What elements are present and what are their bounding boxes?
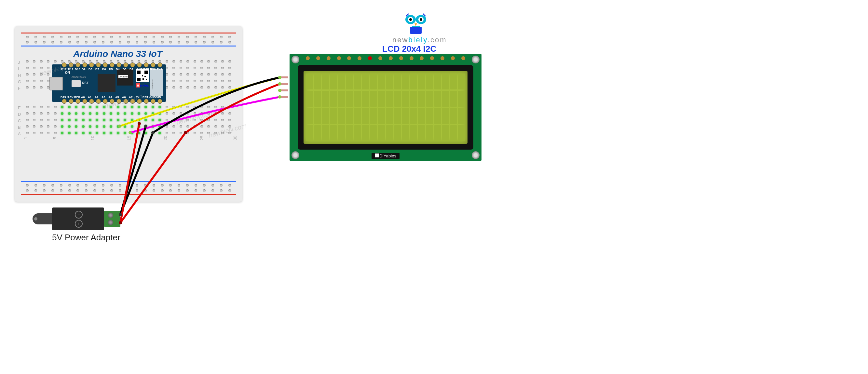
arduino-title: Arduino Nano 33 IoT: [73, 49, 162, 59]
power-rail-bot-neg: [21, 181, 236, 182]
polarity-marks: − +: [75, 211, 83, 229]
svg-point-4: [409, 18, 412, 21]
brand-suffix: .com: [428, 36, 447, 44]
tie-point-row: [26, 132, 231, 134]
lcd-brand-text: DIYables: [379, 154, 396, 158]
power-adapter: − +: [52, 208, 104, 230]
svg-rect-16: [145, 76, 146, 77]
chip: DIYables: [117, 69, 133, 86]
rst-label: RST: [82, 81, 89, 85]
terminal-screw-pos: [108, 220, 113, 225]
arduino-nano-33-iot: RST ON ARDUINO.CC DIYables NINA-W102 u u…: [52, 64, 166, 102]
lcd-screen: [304, 71, 467, 144]
mounting-hole-icon: [472, 151, 479, 159]
bb-letter: D: [18, 112, 21, 117]
rail-holes: [26, 41, 231, 43]
brand-url: newbiely.com: [392, 36, 447, 44]
bb-letter: H: [18, 73, 21, 78]
brand-name: biely: [408, 36, 428, 44]
bb-number: 1: [23, 137, 28, 139]
mounting-hole-icon: [291, 56, 299, 63]
i2c-header: [279, 76, 288, 102]
usb-port-icon: [50, 77, 63, 90]
svg-rect-7: [410, 27, 422, 34]
tie-point-row: [26, 106, 231, 108]
svg-marker-6: [414, 23, 417, 26]
wiring-diagram: newbiely.com LCD 20x4 I2C J I H G F E D …: [6, 6, 868, 374]
solder-pad-row: [306, 56, 465, 61]
svg-rect-13: [145, 70, 148, 74]
svg-rect-8: [412, 26, 420, 27]
ublox-label: u: [136, 83, 140, 88]
bb-number: 10: [90, 135, 95, 140]
power-adapter-label: 5V Power Adapter: [52, 232, 120, 243]
lcd-pin-scl: [279, 96, 288, 98]
lcd-bezel: [298, 65, 473, 150]
bb-number: 20: [163, 135, 168, 140]
owl-logo-icon: [403, 13, 429, 36]
qr-code-icon: [136, 69, 149, 82]
rail-holes: [26, 184, 231, 187]
power-rail-top-pos: [21, 33, 236, 33]
lcd-pin-gnd: [279, 76, 288, 79]
power-rail-bot-pos: [21, 194, 236, 195]
bb-letter: G: [18, 80, 21, 84]
bb-number: 30: [232, 135, 238, 140]
diyables-chip-label: DIYables: [118, 75, 128, 78]
on-label: ON: [65, 71, 70, 74]
rail-holes: [26, 189, 231, 192]
power-rail-top-neg: [21, 45, 236, 46]
terminal-screw-neg: [108, 213, 113, 218]
wifi-module: NINA-W102: [150, 69, 163, 96]
svg-rect-15: [142, 75, 143, 76]
tie-point-row: [26, 119, 231, 121]
bb-number: 5: [52, 137, 57, 139]
tie-point-row: [26, 60, 231, 63]
tie-point-row: [26, 125, 231, 128]
wifi-module-label: NINA-W102: [152, 79, 154, 89]
lcd-pin-vcc: [279, 83, 288, 85]
silkscreen-label: ARDUINO.CC: [71, 76, 86, 78]
svg-point-5: [420, 18, 422, 21]
svg-rect-12: [137, 70, 141, 74]
bb-letter: B: [18, 125, 21, 130]
barrel-jack: − +: [52, 208, 104, 230]
bb-letter: J: [18, 60, 20, 65]
mcu-chip: [98, 74, 116, 92]
bb-letter: E: [18, 105, 21, 110]
svg-rect-17: [143, 79, 144, 80]
svg-rect-18: [146, 79, 147, 80]
rail-holes: [26, 36, 231, 38]
bb-letter: A: [18, 131, 21, 136]
lcd-pin-sda: [279, 89, 288, 91]
screw-terminal: [104, 211, 120, 227]
bb-number: 25: [199, 135, 204, 140]
bb-letter: F: [18, 86, 21, 91]
mounting-hole-icon: [291, 151, 299, 159]
lcd-title: LCD 20x4 I2C: [382, 44, 436, 54]
brand-prefix: new: [392, 36, 408, 44]
bb-letter: I: [18, 66, 19, 71]
tie-point-row: [26, 112, 231, 115]
polarity-negative-icon: −: [75, 211, 83, 219]
svg-rect-14: [137, 78, 141, 81]
lcd-20x4-module: DIYables: [289, 54, 482, 161]
polarity-positive-icon: +: [75, 220, 83, 228]
reset-button: [71, 80, 81, 87]
bb-number: 15: [127, 135, 131, 140]
mounting-hole-icon: [472, 56, 479, 63]
bb-letter: C: [18, 118, 21, 123]
barrel-center-pin: [34, 217, 37, 220]
lcd-brand-label: DIYables: [372, 153, 400, 159]
ublox-text: u-blox: [140, 84, 149, 87]
